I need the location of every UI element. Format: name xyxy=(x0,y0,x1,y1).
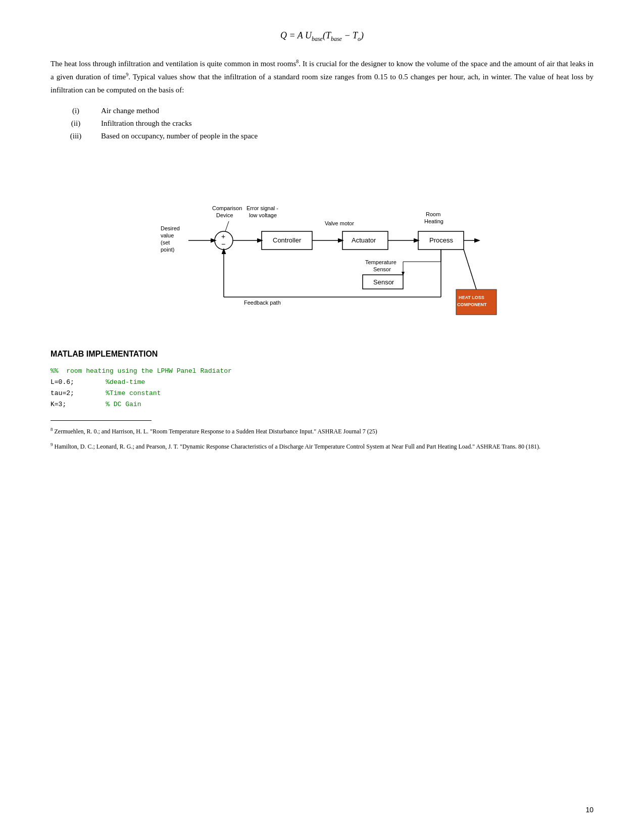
page-number: 10 xyxy=(585,806,593,814)
para-text-1: The heat loss through infiltration and v… xyxy=(51,60,593,94)
svg-text:Sensor: Sensor xyxy=(373,266,391,272)
ref-9: 9 xyxy=(126,72,128,77)
svg-text:Comparison: Comparison xyxy=(212,205,242,211)
list-content-ii: Infiltration through the cracks xyxy=(101,119,593,128)
ref-8: 8 xyxy=(296,59,299,64)
list-label-i: (i) xyxy=(51,107,101,115)
svg-text:value: value xyxy=(161,232,174,238)
svg-text:Device: Device xyxy=(216,212,233,218)
equation-block: Q = A Ubase(Tbase − To) xyxy=(51,30,593,43)
svg-line-40 xyxy=(464,250,476,289)
svg-text:Heating: Heating xyxy=(424,218,443,224)
footnote-8: 8 Zermuehlen, R. 0.; and Harrison, H. L.… xyxy=(51,426,593,436)
matlab-heading: MATLAB IMPLEMENTATION xyxy=(51,350,593,359)
list-content-i: Air change method xyxy=(101,107,593,115)
list-label-iii: (iii) xyxy=(51,132,101,140)
svg-text:COMPONENT: COMPONENT xyxy=(457,302,487,307)
svg-text:Actuator: Actuator xyxy=(352,236,376,244)
body-paragraph: The heat loss through infiltration and v… xyxy=(51,57,593,97)
svg-text:+: + xyxy=(221,232,225,240)
svg-text:Valve motor: Valve motor xyxy=(325,220,354,226)
code-line-3: tau=2; %Time constant xyxy=(51,389,161,397)
svg-text:Sensor: Sensor xyxy=(373,278,394,286)
list-item: (ii) Infiltration through the cracks xyxy=(51,119,593,128)
svg-text:Process: Process xyxy=(429,236,453,244)
footnote-9-num: 9 xyxy=(51,442,53,447)
code-line-4: K=3; % DC Gain xyxy=(51,401,141,408)
svg-text:low voltage: low voltage xyxy=(249,212,277,218)
formula-text: Q = A Ubase(Tbase − To) xyxy=(280,30,364,40)
footnote-8-num: 8 xyxy=(51,427,53,432)
svg-text:Controller: Controller xyxy=(273,236,302,244)
code-line-1: %% room heating using the LPHW Panel Rad… xyxy=(51,367,232,375)
control-diagram: Desired value (set point) + − Comparison… xyxy=(145,156,499,327)
svg-line-10 xyxy=(225,221,229,231)
list-content-iii: Based on occupancy, number of people in … xyxy=(101,132,593,140)
code-line-2: L=0.6; %dead-time xyxy=(51,378,145,386)
diagram-container: Desired value (set point) + − Comparison… xyxy=(145,156,499,329)
footnote-divider xyxy=(51,420,152,421)
list-item: (iii) Based on occupancy, number of peop… xyxy=(51,132,593,140)
svg-text:point): point) xyxy=(161,247,175,253)
svg-text:Temperature: Temperature xyxy=(365,259,397,265)
svg-text:(set: (set xyxy=(161,239,170,246)
footnote-9: 9 Hamilton, D. C.; Leonard, R. G.; and P… xyxy=(51,441,593,452)
matlab-section: MATLAB IMPLEMENTATION %% room heating us… xyxy=(51,350,593,410)
svg-text:Room: Room xyxy=(426,211,440,217)
code-block: %% room heating using the LPHW Panel Rad… xyxy=(51,366,593,410)
list-item: (i) Air change method xyxy=(51,107,593,115)
svg-text:HEAT LOSS: HEAT LOSS xyxy=(459,295,484,300)
list-section: (i) Air change method (ii) Infiltration … xyxy=(51,107,593,140)
list-label-ii: (ii) xyxy=(51,119,101,128)
svg-text:−: − xyxy=(221,240,225,248)
svg-text:Feedback path: Feedback path xyxy=(244,300,281,306)
svg-text:Error signal -: Error signal - xyxy=(246,205,278,211)
svg-text:Desired: Desired xyxy=(161,225,180,231)
